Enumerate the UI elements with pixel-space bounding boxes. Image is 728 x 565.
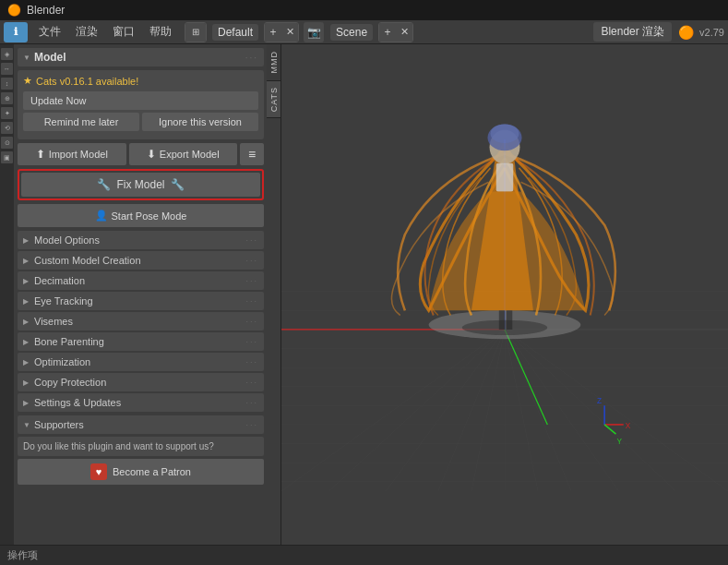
camera-icon[interactable]: 📷 [304, 22, 324, 42]
eye-tracking-arrow: ▶ [23, 297, 29, 306]
decimation-section: ▶ Decimation ··· [18, 271, 264, 290]
model-panel-header[interactable]: ▼ Model ··· [18, 48, 264, 66]
star-icon: ★ [23, 75, 32, 87]
info-icon-btn[interactable]: ℹ [4, 22, 28, 42]
update-notice: ★ Cats v0.16.1 available! Update Now Rem… [18, 70, 264, 139]
tab-mmd[interactable]: MMD [267, 44, 280, 81]
bone-parenting-dots: ··· [245, 337, 258, 346]
custom-model-dots: ··· [245, 256, 258, 265]
blender-logo-text: 🟠 [7, 4, 21, 17]
left-icon-4[interactable]: ⊕ [1, 92, 13, 104]
right-panel-tabs: MMD CATS [267, 44, 280, 118]
tab-cats[interactable]: CATS [267, 81, 280, 118]
panel-title: Model [34, 51, 66, 64]
model-options-section: ▶ Model Options ··· [18, 231, 264, 249]
fix-model-container: 🔧 Fix Model 🔧 [18, 169, 264, 200]
model-options-arrow: ▶ [23, 236, 29, 245]
scene-label: Scene [336, 26, 367, 39]
ignore-version-button[interactable]: Ignore this version [142, 113, 258, 131]
eye-tracking-header[interactable]: ▶ Eye Tracking ··· [18, 292, 264, 310]
model-options-header[interactable]: ▶ Model Options ··· [18, 231, 264, 249]
svg-text:X: X [626, 422, 631, 430]
supporters-question-box: Do you like this plugin and want to supp… [18, 437, 264, 456]
menu-render[interactable]: 渲染 [68, 22, 105, 42]
menubar: ℹ 文件 渲染 窗口 帮助 ⊞ Default + ✕ 📷 Scene + ✕ … [0, 20, 728, 44]
visemes-section: ▶ Visemes ··· [18, 312, 264, 331]
bottombar-label: 操作项 [7, 548, 38, 562]
layout-selector[interactable]: Default [212, 24, 258, 41]
bone-parenting-header[interactable]: ▶ Bone Parenting ··· [18, 332, 264, 351]
start-pose-mode-button[interactable]: 👤 Start Pose Mode [18, 204, 264, 227]
menu-file[interactable]: 文件 [31, 22, 68, 42]
left-icon-7[interactable]: ⊙ [1, 137, 13, 149]
import-model-button[interactable]: ⬆ Import Model [18, 143, 126, 165]
viewport[interactable]: 用户视图（透视） [281, 44, 728, 545]
viewport-canvas: X Z Y [281, 44, 728, 491]
optimization-header[interactable]: ▶ Optimization ··· [18, 353, 264, 371]
titlebar: 🟠 Blender [0, 0, 728, 20]
custom-model-section: ▶ Custom Model Creation ··· [18, 251, 264, 270]
svg-point-35 [491, 125, 519, 144]
decimation-header[interactable]: ▶ Decimation ··· [18, 271, 264, 290]
scene-add-btn[interactable]: + [379, 23, 396, 42]
left-icon-5[interactable]: ✦ [1, 107, 13, 119]
import-export-row: ⬆ Import Model ⬇ Export Model ≡ [18, 143, 264, 165]
pose-mode-icon: 👤 [95, 210, 108, 222]
import-icon: ⬆ [36, 148, 45, 161]
left-icon-6[interactable]: ⟲ [1, 122, 13, 134]
left-icon-2[interactable]: ↔ [1, 63, 13, 75]
copy-protection-dots: ··· [245, 378, 258, 387]
supporters-header[interactable]: ▼ Supporters ··· [18, 415, 264, 434]
engine-label: Blender 渲染 [601, 24, 664, 40]
fix-model-wrench-left-icon: 🔧 [97, 178, 111, 191]
menu-help[interactable]: 帮助 [142, 22, 179, 42]
panel-area: MMD CATS ▼ Model ··· ★ Cats v0.16.1 avai… [14, 44, 281, 545]
visemes-arrow: ▶ [23, 318, 29, 326]
menu-window[interactable]: 窗口 [105, 22, 142, 42]
settings-updates-arrow: ▶ [23, 399, 29, 407]
decimation-arrow: ▶ [23, 277, 29, 285]
layout-add-btn[interactable]: + [265, 23, 281, 42]
copy-protection-section: ▶ Copy Protection ··· [18, 373, 264, 391]
layout-remove-btn[interactable]: ✕ [281, 23, 298, 42]
view-icon-grid[interactable]: ⊞ [185, 23, 206, 42]
model-options-extra-button[interactable]: ≡ [240, 143, 264, 165]
scene-remove-btn[interactable]: ✕ [396, 23, 412, 42]
update-btn-row: Remind me later Ignore this version [23, 113, 258, 131]
bottombar: 操作项 [0, 545, 728, 565]
left-side-icons: ◈ ↔ ↕ ⊕ ✦ ⟲ ⊙ ▣ [0, 44, 14, 545]
model-options-dots: ··· [245, 235, 258, 245]
update-now-button[interactable]: Update Now [23, 91, 258, 110]
supporters-section: ▼ Supporters ··· Do you like this plugin… [18, 415, 264, 485]
svg-text:Z: Z [597, 397, 602, 405]
fix-model-button[interactable]: 🔧 Fix Model 🔧 [21, 173, 260, 197]
left-icon-3[interactable]: ↕ [1, 78, 13, 90]
settings-updates-dots: ··· [245, 398, 258, 407]
copy-protection-arrow: ▶ [23, 379, 29, 387]
blender-version: v2.79 [699, 27, 724, 38]
svg-rect-36 [496, 163, 514, 192]
copy-protection-header[interactable]: ▶ Copy Protection ··· [18, 373, 264, 391]
become-patron-button[interactable]: ♥ Become a Patron [18, 459, 264, 485]
layout-label: Default [218, 26, 253, 39]
left-icon-1[interactable]: ◈ [1, 48, 13, 60]
export-icon: ⬇ [147, 148, 156, 161]
optimization-dots: ··· [245, 357, 258, 367]
remind-later-button[interactable]: Remind me later [23, 113, 139, 131]
heart-icon: ♥ [90, 463, 107, 480]
visemes-header[interactable]: ▶ Visemes ··· [18, 312, 264, 331]
export-model-button[interactable]: ⬇ Export Model [129, 143, 238, 165]
svg-point-39 [462, 320, 548, 335]
fix-model-wrench-right-icon: 🔧 [171, 178, 185, 191]
settings-updates-header[interactable]: ▶ Settings & Updates ··· [18, 393, 264, 412]
decimation-dots: ··· [245, 276, 258, 285]
render-engine-selector[interactable]: Blender 渲染 [593, 22, 672, 42]
layout-controls: + ✕ [264, 22, 299, 42]
scene-selector[interactable]: Scene [330, 24, 373, 41]
custom-model-header[interactable]: ▶ Custom Model Creation ··· [18, 251, 264, 270]
window-title: Blender [27, 4, 65, 17]
update-notice-title: Cats v0.16.1 available! [36, 76, 138, 87]
optimization-section: ▶ Optimization ··· [18, 353, 264, 371]
bone-parenting-section: ▶ Bone Parenting ··· [18, 332, 264, 351]
left-icon-8[interactable]: ▣ [1, 151, 13, 163]
